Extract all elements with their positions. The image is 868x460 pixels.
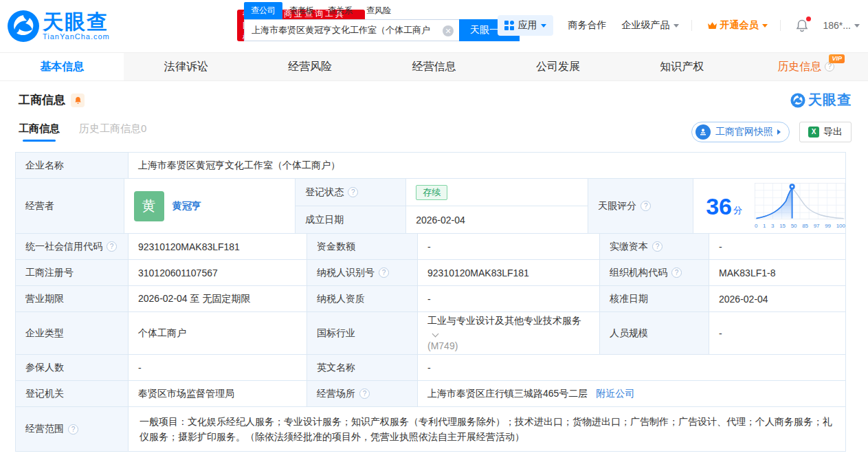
section-header: 工商信息 天眼查 xyxy=(0,81,868,113)
search-input-wrap: ✕ xyxy=(244,19,459,41)
status-badge: 存续 xyxy=(416,185,447,200)
reg-authority-value: 奉贤区市场监督管理局 xyxy=(129,381,307,407)
help-icon[interactable] xyxy=(379,267,389,278)
bell-icon xyxy=(74,96,82,105)
help-icon[interactable] xyxy=(641,201,651,211)
chevron-down-icon xyxy=(674,24,679,28)
insured-label: 参保人数 xyxy=(16,355,129,381)
monitor-bell-button[interactable] xyxy=(71,94,85,107)
tab-operation-info[interactable]: 经营信息 xyxy=(372,53,496,80)
reg-status-label-cell: 登记状态 xyxy=(296,179,406,206)
score-axis-labels: 0131550859799100 xyxy=(755,223,845,229)
top-header: 天眼查 TianYanCha.com 都在用的商业查询工具 国家中小企业发展子基… xyxy=(0,0,868,52)
tab-history-label: 历史信息 xyxy=(777,60,821,74)
credit-code-label: 统一社会信用代码 xyxy=(25,241,102,253)
credit-code-value: 92310120MAK83LF181 xyxy=(129,234,307,260)
operator-cell: 黄 黄冠亨 xyxy=(124,179,296,234)
tab-intellectual-property[interactable]: 知识产权 xyxy=(620,53,744,80)
search-tab-relation[interactable]: 查关系 xyxy=(321,2,359,19)
company-name-label: 企业名称 xyxy=(16,153,129,179)
search-tab-boss[interactable]: 查老板 xyxy=(282,2,321,19)
help-icon[interactable] xyxy=(68,424,78,435)
vip-badge: VIP xyxy=(829,54,845,63)
operator-avatar[interactable]: 黄 xyxy=(134,191,164,221)
clear-search-icon[interactable]: ✕ xyxy=(443,25,454,36)
apps-menu[interactable]: 应用 xyxy=(498,15,553,36)
reg-number-label: 工商注册号 xyxy=(16,260,129,286)
section-title: 工商信息 xyxy=(19,92,65,108)
open-vip-label: 开通会员 xyxy=(720,19,759,32)
table-row: 经营范围 一般项目：文化娱乐经纪人服务；专业设计服务；知识产权服务（专利代理服务… xyxy=(16,407,846,452)
tianyancha-logo[interactable]: 天眼查 TianYanCha.com xyxy=(7,10,110,43)
tab-legal-litigation[interactable]: 法律诉讼 xyxy=(124,53,247,80)
operator-name-link[interactable]: 黄冠亨 xyxy=(173,200,201,212)
export-button[interactable]: 导出 xyxy=(799,122,852,142)
premises-label: 经营场所 xyxy=(317,388,355,400)
tab-basic-info[interactable]: 基本信息 xyxy=(0,53,124,80)
divider xyxy=(691,20,692,31)
account-phone: 186*... xyxy=(823,20,851,31)
company-type-value: 个体工商户 xyxy=(129,312,307,355)
org-code-label: 组织机构代码 xyxy=(610,267,667,279)
establish-date-label: 成立日期 xyxy=(296,206,406,234)
table-row: 参保人数 - 英文名称 - xyxy=(16,355,846,381)
help-icon[interactable] xyxy=(107,241,117,252)
search-tab-company[interactable]: 查公司 xyxy=(244,2,282,19)
business-term-value: 2026-02-04 至 无固定期限 xyxy=(129,286,307,312)
nearby-companies-link[interactable]: 附近公司 xyxy=(596,388,634,400)
help-icon[interactable] xyxy=(348,187,358,197)
capital-label: 资金数额 xyxy=(307,234,418,260)
apps-grid-icon xyxy=(504,21,514,30)
search-tabs: 查公司 查老板 查关系 查风险 xyxy=(244,3,520,19)
tab-history-info[interactable]: VIP 历史信息 xyxy=(744,53,868,80)
notifications-bell[interactable] xyxy=(796,19,808,32)
watermark-logo: 天眼查 xyxy=(790,91,852,109)
staff-size-label: 人员规模 xyxy=(600,312,709,355)
industry-value: 工业与专业设计及其他专业技术服务 xyxy=(427,315,581,326)
business-scope-value: 一般项目：文化娱乐经纪人服务；专业设计服务；知识产权服务（专利代理服务除外）；技… xyxy=(129,407,846,452)
tab-operation-risk[interactable]: 经营风险 xyxy=(248,53,372,80)
chevron-down-icon xyxy=(541,24,546,28)
official-snapshot-button[interactable]: 工商官网快照 xyxy=(691,122,790,142)
org-code-label-cell: 组织机构代码 xyxy=(600,260,709,286)
apps-label: 应用 xyxy=(518,19,537,32)
taxpayer-id-value: 92310120MAK83LF181 xyxy=(418,260,600,286)
reg-status-cell: 存续 xyxy=(406,179,588,206)
subtab-business-info[interactable]: 工商信息 xyxy=(19,122,60,142)
help-icon[interactable] xyxy=(825,62,834,72)
table-row: 工商注册号 310120601107567 纳税人识别号 92310120MAK… xyxy=(16,260,846,286)
paid-capital-label-cell: 实缴资本 xyxy=(600,234,709,260)
paid-capital-label: 实缴资本 xyxy=(610,241,648,253)
company-type-label: 企业类型 xyxy=(16,312,129,355)
chevron-down-icon[interactable] xyxy=(432,331,439,338)
notification-red-dot xyxy=(806,17,811,21)
seal-icon xyxy=(695,124,711,140)
table-row: 企业名称 上海市奉贤区黄冠亨文化工作室（个体工商户） xyxy=(16,153,846,179)
search-tab-risk[interactable]: 查风险 xyxy=(359,2,398,19)
search-input[interactable] xyxy=(245,25,430,36)
divider xyxy=(780,20,781,31)
table-row: 统一社会信用代码 92310120MAK83LF181 资金数额 - 实缴资本 … xyxy=(16,234,846,260)
score-distribution-chart: 0131550859799100 xyxy=(755,183,845,229)
help-icon[interactable] xyxy=(652,241,663,252)
tianyancha-swirl-icon xyxy=(790,93,805,108)
business-cooperation-link[interactable]: 商务合作 xyxy=(568,19,607,32)
tianyancha-swirl-icon xyxy=(7,10,40,43)
enterprise-products-menu[interactable]: 企业级产品 xyxy=(622,19,679,32)
table-row: 营业期限 2026-02-04 至 无固定期限 纳税人资质 - 核准日期 202… xyxy=(16,286,846,312)
score-cell: 36 分 xyxy=(693,179,846,234)
premises-value: 上海市奉贤区庄行镇三城路465号二层 xyxy=(427,388,588,400)
subtab-history-business-info[interactable]: 历史工商信息0 xyxy=(79,122,146,142)
help-icon[interactable] xyxy=(671,267,682,278)
reg-status-label: 登记状态 xyxy=(305,186,344,199)
credit-code-label-cell: 统一社会信用代码 xyxy=(16,234,129,260)
header-menu: 应用 商务合作 企业级产品 开通会员 186*... xyxy=(498,15,860,36)
help-icon[interactable] xyxy=(359,388,370,399)
premises-label-cell: 经营场所 xyxy=(307,381,418,407)
taxpayer-id-label: 纳税人识别号 xyxy=(317,267,375,279)
enterprise-products-label: 企业级产品 xyxy=(622,19,670,32)
open-vip-menu[interactable]: 开通会员 xyxy=(707,19,768,32)
table-row: 企业类型 个体工商户 国标行业 工业与专业设计及其他专业技术服务 (M749) … xyxy=(16,312,846,355)
tab-company-development[interactable]: 公司发展 xyxy=(496,53,620,80)
account-menu[interactable]: 186*... xyxy=(823,20,860,31)
